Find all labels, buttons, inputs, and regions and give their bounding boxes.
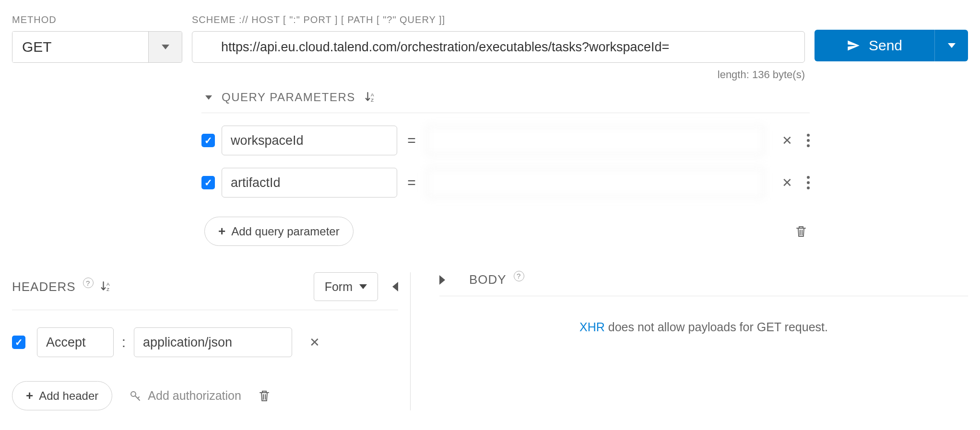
body-xhr-word: XHR <box>579 320 605 334</box>
trash-icon <box>259 389 270 403</box>
svg-text:A: A <box>371 92 375 97</box>
expand-right-icon[interactable] <box>439 275 445 285</box>
header-row: ✓ : ✕ <box>12 327 398 357</box>
header-enabled-checkbox[interactable]: ✓ <box>12 336 25 349</box>
scheme-label: SCHEME :// HOST [ ":" PORT ] [ PATH [ "?… <box>192 14 805 25</box>
param-value-input[interactable] <box>426 168 765 198</box>
query-params-title: QUERY PARAMETERS <box>222 91 355 104</box>
query-param-row: ✓ = ✕ <box>201 126 810 155</box>
param-name-input[interactable] <box>222 168 397 198</box>
help-icon[interactable]: ? <box>514 271 524 281</box>
method-select[interactable]: GET <box>12 31 182 63</box>
param-menu-icon[interactable] <box>807 176 810 189</box>
collapse-left-icon[interactable] <box>392 282 398 291</box>
method-label: METHOD <box>12 14 182 25</box>
equals-sign: = <box>400 132 423 149</box>
body-message: XHR does not allow payloads for GET requ… <box>439 320 968 334</box>
body-title: BODY <box>469 272 507 287</box>
chevron-down-icon <box>359 284 367 289</box>
collapse-triangle-icon <box>205 95 212 100</box>
body-msg-rest: does not allow payloads for GET request. <box>605 320 828 334</box>
send-button[interactable]: Send <box>815 30 934 61</box>
url-input[interactable] <box>192 31 805 63</box>
headers-mode-value: Form <box>325 280 353 294</box>
paper-plane-icon <box>847 39 860 52</box>
chevron-down-icon <box>948 43 956 48</box>
help-icon[interactable]: ? <box>83 278 94 288</box>
key-icon <box>130 390 141 402</box>
plus-icon: + <box>26 388 33 403</box>
equals-sign: = <box>400 174 423 191</box>
param-value-input[interactable] <box>426 126 765 155</box>
add-header-button[interactable]: + Add header <box>12 381 112 410</box>
svg-text:Z: Z <box>106 287 110 292</box>
url-length: length: 136 byte(s) <box>192 69 805 81</box>
query-params-header[interactable]: QUERY PARAMETERS A Z <box>201 85 810 113</box>
remove-param-button[interactable]: ✕ <box>782 133 792 148</box>
method-caret[interactable] <box>148 32 182 62</box>
add-authorization-button[interactable]: Add authorization <box>130 389 241 403</box>
delete-all-params-button[interactable] <box>795 225 807 238</box>
svg-text:A: A <box>106 281 110 287</box>
header-value-input[interactable] <box>134 327 292 357</box>
query-param-row: ✓ = ✕ <box>201 168 810 198</box>
delete-all-headers-button[interactable] <box>259 389 270 403</box>
sort-az-icon[interactable]: A Z <box>101 281 111 292</box>
param-enabled-checkbox[interactable]: ✓ <box>201 176 215 189</box>
colon-sign: : <box>117 334 131 350</box>
param-enabled-checkbox[interactable]: ✓ <box>201 134 215 147</box>
remove-param-button[interactable]: ✕ <box>782 175 792 190</box>
svg-text:Z: Z <box>371 97 375 103</box>
param-name-input[interactable] <box>222 126 397 155</box>
add-auth-label: Add authorization <box>148 389 241 403</box>
trash-icon <box>795 225 807 238</box>
sort-az-icon[interactable]: A Z <box>365 92 376 103</box>
remove-header-button[interactable]: ✕ <box>309 335 320 350</box>
headers-mode-select[interactable]: Form <box>314 272 378 301</box>
send-caret[interactable] <box>934 30 968 61</box>
plus-icon: + <box>218 224 225 239</box>
param-menu-icon[interactable] <box>807 134 810 147</box>
header-name-input[interactable] <box>37 327 114 357</box>
method-value: GET <box>12 32 148 62</box>
add-query-param-label: Add query parameter <box>231 225 339 238</box>
chevron-down-icon <box>162 45 169 49</box>
add-query-param-button[interactable]: + Add query parameter <box>204 217 354 246</box>
send-label: Send <box>869 37 902 54</box>
headers-title: HEADERS <box>12 279 76 294</box>
add-header-label: Add header <box>39 389 98 403</box>
